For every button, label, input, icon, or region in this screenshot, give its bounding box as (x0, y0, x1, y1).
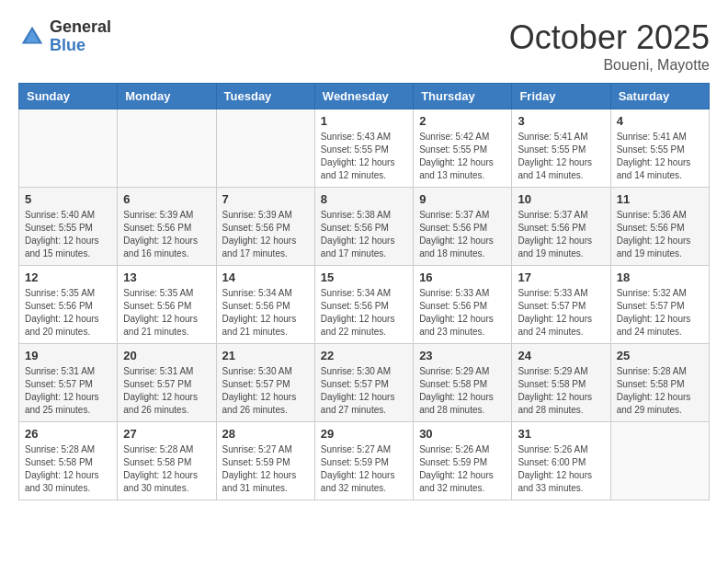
calendar-cell: 18Sunrise: 5:32 AM Sunset: 5:57 PM Dayli… (610, 266, 709, 344)
calendar-cell (118, 109, 216, 188)
day-number: 24 (518, 349, 604, 362)
day-number: 7 (222, 192, 309, 206)
day-info: Sunrise: 5:33 AM Sunset: 5:56 PM Dayligh… (419, 287, 506, 339)
logo-blue: Blue (50, 37, 111, 55)
day-number: 29 (321, 427, 407, 441)
calendar-cell: 21Sunrise: 5:30 AM Sunset: 5:57 PM Dayli… (216, 344, 314, 422)
calendar-week-4: 19Sunrise: 5:31 AM Sunset: 5:57 PM Dayli… (19, 344, 710, 422)
calendar-week-2: 5Sunrise: 5:40 AM Sunset: 5:55 PM Daylig… (19, 188, 710, 266)
day-number: 6 (123, 192, 210, 206)
day-number: 2 (419, 114, 506, 128)
calendar-cell: 3Sunrise: 5:41 AM Sunset: 5:55 PM Daylig… (512, 109, 610, 188)
logo-text: General Blue (50, 18, 111, 55)
day-number: 30 (419, 427, 506, 441)
calendar-cell: 22Sunrise: 5:30 AM Sunset: 5:57 PM Dayli… (314, 344, 413, 422)
calendar-cell: 20Sunrise: 5:31 AM Sunset: 5:57 PM Dayli… (118, 344, 216, 422)
day-number: 11 (617, 192, 703, 206)
calendar-cell: 25Sunrise: 5:28 AM Sunset: 5:58 PM Dayli… (610, 344, 709, 422)
calendar-table: SundayMondayTuesdayWednesdayThursdayFrid… (18, 83, 710, 500)
calendar-week-5: 26Sunrise: 5:28 AM Sunset: 5:58 PM Dayli… (19, 422, 710, 500)
day-number: 18 (617, 270, 703, 284)
day-number: 9 (419, 192, 506, 206)
calendar-week-3: 12Sunrise: 5:35 AM Sunset: 5:56 PM Dayli… (19, 266, 710, 344)
day-info: Sunrise: 5:43 AM Sunset: 5:55 PM Dayligh… (321, 131, 407, 182)
day-info: Sunrise: 5:26 AM Sunset: 6:00 PM Dayligh… (518, 443, 604, 495)
calendar-cell: 6Sunrise: 5:39 AM Sunset: 5:56 PM Daylig… (118, 188, 216, 266)
weekday-header-friday: Friday (512, 84, 610, 109)
weekday-header-row: SundayMondayTuesdayWednesdayThursdayFrid… (19, 84, 710, 109)
day-number: 15 (321, 270, 407, 284)
title-block: October 2025 Boueni, Mayotte (509, 18, 710, 74)
day-info: Sunrise: 5:30 AM Sunset: 5:57 PM Dayligh… (222, 365, 309, 417)
calendar-cell: 7Sunrise: 5:39 AM Sunset: 5:56 PM Daylig… (216, 188, 314, 266)
day-info: Sunrise: 5:40 AM Sunset: 5:55 PM Dayligh… (25, 209, 111, 260)
calendar-cell: 10Sunrise: 5:37 AM Sunset: 5:56 PM Dayli… (512, 188, 610, 266)
day-number: 4 (617, 114, 703, 128)
day-info: Sunrise: 5:33 AM Sunset: 5:57 PM Dayligh… (518, 287, 604, 339)
weekday-header-wednesday: Wednesday (314, 84, 413, 109)
day-info: Sunrise: 5:35 AM Sunset: 5:56 PM Dayligh… (123, 287, 210, 339)
day-number: 13 (123, 270, 210, 284)
day-info: Sunrise: 5:34 AM Sunset: 5:56 PM Dayligh… (222, 287, 309, 339)
day-info: Sunrise: 5:36 AM Sunset: 5:56 PM Dayligh… (617, 209, 703, 260)
calendar-cell: 14Sunrise: 5:34 AM Sunset: 5:56 PM Dayli… (216, 266, 314, 344)
day-number: 20 (123, 349, 210, 362)
calendar-cell: 2Sunrise: 5:42 AM Sunset: 5:55 PM Daylig… (414, 109, 512, 188)
day-number: 5 (25, 192, 111, 206)
calendar-cell: 23Sunrise: 5:29 AM Sunset: 5:58 PM Dayli… (414, 344, 512, 422)
calendar-cell: 1Sunrise: 5:43 AM Sunset: 5:55 PM Daylig… (314, 109, 413, 188)
logo-general: General (50, 18, 111, 37)
day-info: Sunrise: 5:37 AM Sunset: 5:56 PM Dayligh… (419, 209, 506, 260)
day-number: 17 (518, 270, 604, 284)
calendar-cell: 17Sunrise: 5:33 AM Sunset: 5:57 PM Dayli… (512, 266, 610, 344)
day-info: Sunrise: 5:27 AM Sunset: 5:59 PM Dayligh… (222, 443, 309, 495)
day-info: Sunrise: 5:32 AM Sunset: 5:57 PM Dayligh… (617, 287, 703, 339)
calendar-cell: 16Sunrise: 5:33 AM Sunset: 5:56 PM Dayli… (414, 266, 512, 344)
day-info: Sunrise: 5:31 AM Sunset: 5:57 PM Dayligh… (123, 365, 210, 417)
calendar-week-1: 1Sunrise: 5:43 AM Sunset: 5:55 PM Daylig… (19, 109, 710, 188)
day-number: 22 (321, 349, 407, 362)
calendar-cell: 8Sunrise: 5:38 AM Sunset: 5:56 PM Daylig… (314, 188, 413, 266)
day-info: Sunrise: 5:42 AM Sunset: 5:55 PM Dayligh… (419, 131, 506, 182)
logo: General Blue (18, 18, 111, 55)
calendar-cell (216, 109, 314, 188)
day-number: 8 (321, 192, 407, 206)
weekday-header-tuesday: Tuesday (216, 84, 314, 109)
calendar-cell: 31Sunrise: 5:26 AM Sunset: 6:00 PM Dayli… (512, 422, 610, 500)
day-number: 1 (321, 114, 407, 128)
day-info: Sunrise: 5:29 AM Sunset: 5:58 PM Dayligh… (518, 365, 604, 417)
day-info: Sunrise: 5:28 AM Sunset: 5:58 PM Dayligh… (25, 443, 111, 495)
day-info: Sunrise: 5:41 AM Sunset: 5:55 PM Dayligh… (617, 131, 703, 182)
day-number: 28 (222, 427, 309, 441)
day-number: 16 (419, 270, 506, 284)
calendar-cell (19, 109, 118, 188)
day-number: 3 (518, 114, 604, 128)
day-number: 25 (617, 349, 703, 362)
day-number: 21 (222, 349, 309, 362)
day-info: Sunrise: 5:39 AM Sunset: 5:56 PM Dayligh… (222, 209, 309, 260)
weekday-header-saturday: Saturday (610, 84, 709, 109)
month-title: October 2025 (509, 18, 710, 57)
day-number: 10 (518, 192, 604, 206)
day-info: Sunrise: 5:27 AM Sunset: 5:59 PM Dayligh… (321, 443, 407, 495)
weekday-header-monday: Monday (118, 84, 216, 109)
day-info: Sunrise: 5:38 AM Sunset: 5:56 PM Dayligh… (321, 209, 407, 260)
day-info: Sunrise: 5:37 AM Sunset: 5:56 PM Dayligh… (518, 209, 604, 260)
day-info: Sunrise: 5:34 AM Sunset: 5:56 PM Dayligh… (321, 287, 407, 339)
day-info: Sunrise: 5:30 AM Sunset: 5:57 PM Dayligh… (321, 365, 407, 417)
weekday-header-thursday: Thursday (414, 84, 512, 109)
calendar-cell: 11Sunrise: 5:36 AM Sunset: 5:56 PM Dayli… (610, 188, 709, 266)
calendar-cell: 13Sunrise: 5:35 AM Sunset: 5:56 PM Dayli… (118, 266, 216, 344)
calendar-cell: 15Sunrise: 5:34 AM Sunset: 5:56 PM Dayli… (314, 266, 413, 344)
day-info: Sunrise: 5:41 AM Sunset: 5:55 PM Dayligh… (518, 131, 604, 182)
day-number: 14 (222, 270, 309, 284)
calendar-cell: 28Sunrise: 5:27 AM Sunset: 5:59 PM Dayli… (216, 422, 314, 500)
day-number: 27 (123, 427, 210, 441)
calendar-cell: 26Sunrise: 5:28 AM Sunset: 5:58 PM Dayli… (19, 422, 118, 500)
day-number: 31 (518, 427, 604, 441)
calendar-cell: 24Sunrise: 5:29 AM Sunset: 5:58 PM Dayli… (512, 344, 610, 422)
day-number: 23 (419, 349, 506, 362)
location-subtitle: Boueni, Mayotte (509, 57, 710, 74)
day-info: Sunrise: 5:29 AM Sunset: 5:58 PM Dayligh… (419, 365, 506, 417)
day-number: 26 (25, 427, 111, 441)
